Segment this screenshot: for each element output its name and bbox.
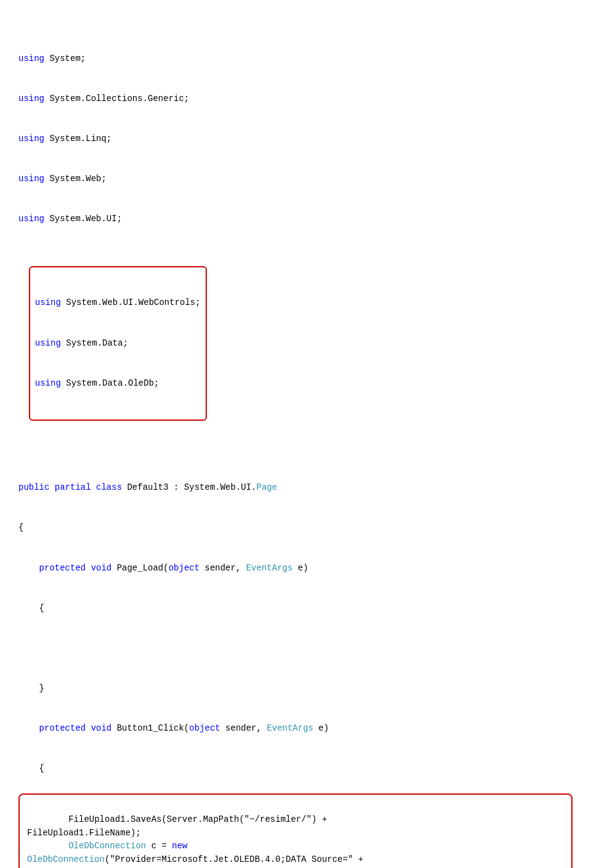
keyword: using xyxy=(18,134,44,144)
code-line: using System.Data.OleDb; xyxy=(35,377,201,391)
highlighted-using-block: using System.Web.UI.WebControls; using S… xyxy=(29,266,207,421)
code-text: c = xyxy=(146,841,172,851)
keyword: void xyxy=(91,723,112,733)
keyword: object xyxy=(169,563,199,573)
code-line: public partial class Default3 : System.W… xyxy=(18,481,573,495)
type-name: OleDbConnection xyxy=(68,841,146,851)
code-line: { xyxy=(18,762,573,776)
keyword: using xyxy=(35,378,61,388)
code-line: using System.Web.UI; xyxy=(18,213,573,226)
keyword: using xyxy=(18,214,44,224)
code-line: using System.Web.UI.WebControls; xyxy=(35,296,201,310)
keyword: class xyxy=(96,482,122,492)
code-line: protected void Page_Load(object sender, … xyxy=(18,562,573,575)
keyword: void xyxy=(91,563,112,573)
keyword: using xyxy=(18,54,44,63)
code-line: using System.Web; xyxy=(18,172,573,186)
code-line: { xyxy=(18,602,573,615)
keyword: new xyxy=(172,841,187,851)
keyword: using xyxy=(18,94,44,103)
code-line xyxy=(18,642,573,655)
bordered-code-block: FileUpload1.SaveAs(Server.MapPath("~/res… xyxy=(18,793,573,868)
keyword: partial xyxy=(55,482,91,492)
keyword: protected xyxy=(39,563,86,573)
code-line: using System; xyxy=(18,52,573,66)
code-line: using System.Collections.Generic; xyxy=(18,92,573,106)
type-name: EventArgs xyxy=(267,723,313,733)
code-line: protected void Button1_Click(object send… xyxy=(18,722,573,736)
code-line: { xyxy=(18,521,573,535)
keyword: using xyxy=(18,174,44,184)
code-line: using System.Linq; xyxy=(18,132,573,146)
keyword: public xyxy=(18,482,49,492)
keyword: using xyxy=(35,338,61,348)
keyword: protected xyxy=(39,723,86,733)
type-name: Page xyxy=(257,482,278,492)
code-line: } xyxy=(18,682,573,696)
code-block: using System; using System.Collections.G… xyxy=(18,12,573,789)
keyword: object xyxy=(189,723,220,733)
type-name: EventArgs xyxy=(246,563,293,573)
type-name: OleDbConnection xyxy=(27,854,105,864)
keyword: using xyxy=(35,298,61,307)
code-line: using System.Data; xyxy=(35,337,201,351)
